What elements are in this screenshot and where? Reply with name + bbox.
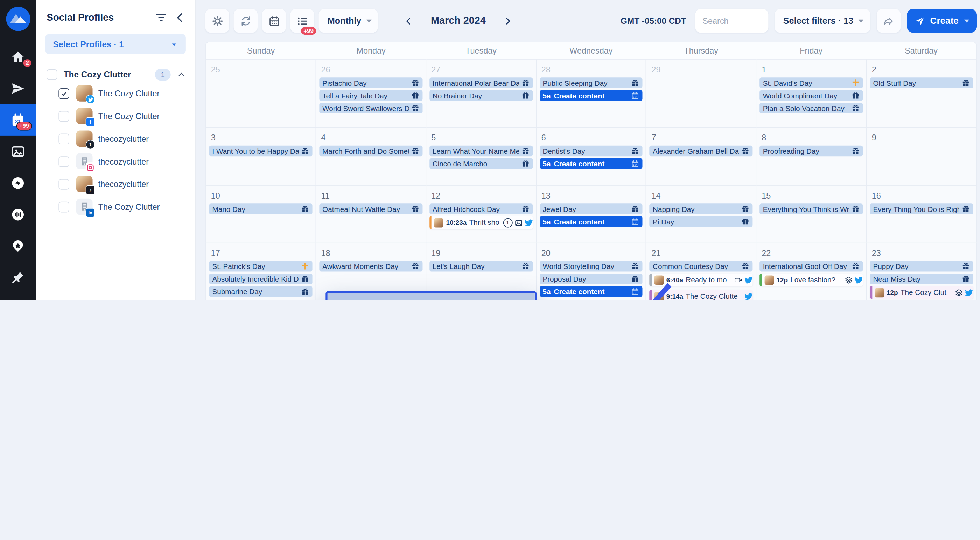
- holiday-chip[interactable]: Proofreading Day: [760, 146, 863, 156]
- day-cell-11[interactable]: 11Oatmeal Nut Waffle Day: [316, 185, 426, 243]
- holiday-chip[interactable]: Oatmeal Nut Waffle Day: [319, 204, 422, 214]
- rail-item-tasks[interactable]: [0, 261, 36, 293]
- day-cell-29[interactable]: 29: [646, 59, 757, 127]
- holiday-chip[interactable]: World Sword Swallowers Day: [319, 103, 422, 113]
- holiday-chip[interactable]: Learn What Your Name Mean…: [430, 146, 533, 156]
- day-cell-27[interactable]: 27International Polar Bear DayNo Brainer…: [426, 59, 536, 127]
- day-cell-25[interactable]: 25: [206, 59, 316, 127]
- rail-item-calendar[interactable]: 31+99: [0, 104, 36, 135]
- profile-item-linkedin[interactable]: inThe Cozy Clutter: [36, 195, 195, 218]
- create-button[interactable]: Create: [907, 9, 977, 33]
- profile-checkbox[interactable]: [59, 88, 69, 99]
- rail-item-reviews[interactable]: [0, 230, 36, 261]
- holiday-chip[interactable]: World Storytelling Day: [539, 261, 643, 272]
- search-input[interactable]: [695, 9, 768, 33]
- profile-item-tumblr[interactable]: tthecozyclutter: [36, 127, 195, 150]
- scheduled-post-chip[interactable]: 9:14aThe Cozy Clutte: [650, 290, 753, 300]
- holiday-chip[interactable]: Pistachio Day: [319, 77, 422, 88]
- holiday-chip[interactable]: Plan a Solo Vacation Day: [760, 103, 863, 113]
- create-content-chip[interactable]: 5aCreate content: [539, 158, 643, 169]
- day-cell-2[interactable]: 2Old Stuff Day: [867, 59, 977, 127]
- profile-item-tiktok[interactable]: ♪thecozyclutter: [36, 173, 195, 195]
- day-cell-20[interactable]: 20World Storytelling DayProposal Day5aCr…: [536, 243, 646, 300]
- day-cell-6[interactable]: 6Dentist's Day5aCreate content: [536, 127, 646, 185]
- day-cell-12[interactable]: 12Alfred Hitchcock Day10:23aThrift sho1: [426, 185, 536, 243]
- holiday-chip[interactable]: Near Miss Day: [870, 274, 973, 284]
- list-view-button[interactable]: +99: [291, 9, 314, 33]
- next-month-button[interactable]: [499, 11, 518, 30]
- previous-month-button[interactable]: [399, 11, 418, 30]
- day-cell-7[interactable]: 7Alexander Graham Bell Day: [646, 127, 757, 185]
- create-content-chip[interactable]: 5aCreate content: [539, 286, 643, 297]
- profile-checkbox[interactable]: [59, 156, 69, 167]
- holiday-chip[interactable]: Mario Day: [209, 204, 312, 214]
- day-cell-13[interactable]: 13Jewel Day5aCreate content: [536, 185, 646, 243]
- holiday-chip[interactable]: Tell a Fairy Tale Day: [319, 90, 422, 101]
- create-content-chip[interactable]: 5aCreate content: [539, 90, 643, 101]
- vista-social-logo[interactable]: [5, 6, 31, 32]
- collapse-sidebar-icon[interactable]: [174, 11, 186, 24]
- day-cell-22[interactable]: 22International Goof Off Day12pLove fash…: [757, 243, 867, 300]
- holiday-chip[interactable]: I Want You to be Happy Day: [209, 146, 312, 156]
- rail-item-messages[interactable]: [0, 167, 36, 199]
- scheduled-post-chip[interactable]: 12pThe Cozy Clut: [870, 286, 973, 299]
- holiday-chip[interactable]: March Forth and Do Somethi…: [319, 146, 422, 156]
- profile-item-twitter[interactable]: The Cozy Clutter: [36, 82, 195, 105]
- filter-icon[interactable]: [155, 11, 168, 24]
- day-cell-28[interactable]: 28Public Sleeping Day5aCreate content: [536, 59, 646, 127]
- select-profiles-dropdown[interactable]: Select Profiles · 1: [46, 34, 186, 54]
- profile-group-row[interactable]: The Cozy Clutter 1: [36, 67, 195, 82]
- group-checkbox[interactable]: [46, 69, 57, 80]
- day-cell-10[interactable]: 10Mario Day: [206, 185, 316, 243]
- select-filters-dropdown[interactable]: Select filters · 13: [775, 9, 870, 33]
- view-mode-dropdown[interactable]: Monthly: [319, 9, 378, 33]
- holiday-chip[interactable]: Let's Laugh Day: [430, 261, 533, 272]
- day-cell-1[interactable]: 1St. David's DayWorld Compliment DayPlan…: [757, 59, 867, 127]
- holiday-chip[interactable]: Absolutely Incredible Kid Day: [209, 274, 312, 284]
- day-cell-3[interactable]: 3I Want You to be Happy Day: [206, 127, 316, 185]
- holiday-chip[interactable]: Everything You Think is Wron…: [760, 204, 863, 214]
- profile-checkbox[interactable]: [59, 111, 69, 121]
- holiday-chip[interactable]: Alfred Hitchcock Day: [430, 204, 533, 214]
- holiday-chip[interactable]: Old Stuff Day: [870, 77, 973, 88]
- holiday-chip[interactable]: Public Sleeping Day: [539, 77, 643, 88]
- refresh-button[interactable]: [234, 9, 258, 33]
- holiday-chip[interactable]: Cinco de Marcho: [430, 158, 533, 169]
- scheduled-post-chip[interactable]: 10:23aThrift sho1: [430, 216, 533, 229]
- scheduled-post-chip[interactable]: 12pLove fashion?: [760, 274, 863, 286]
- holiday-chip[interactable]: Pi Day: [650, 216, 753, 227]
- profile-checkbox[interactable]: [59, 178, 69, 190]
- holiday-chip[interactable]: Dentist's Day: [539, 146, 643, 156]
- day-cell-23[interactable]: 23Puppy DayNear Miss Day12pThe Cozy Clut: [867, 243, 977, 300]
- holiday-chip[interactable]: No Brainer Day: [430, 90, 533, 101]
- profile-item-facebook[interactable]: fThe Cozy Clutter: [36, 105, 195, 127]
- scheduled-post-chip[interactable]: 6:40aReady to mo: [650, 274, 753, 286]
- day-cell-21[interactable]: 21Common Courtesy Day6:40aReady to mo9:1…: [646, 243, 757, 300]
- holiday-chip[interactable]: Jewel Day: [539, 204, 643, 214]
- holiday-chip[interactable]: St. Patrick's Day: [209, 261, 312, 272]
- rail-item-listening[interactable]: [0, 199, 36, 230]
- day-cell-17[interactable]: 17St. Patrick's DayAbsolutely Incredible…: [206, 243, 316, 300]
- day-cell-9[interactable]: 9: [867, 127, 977, 185]
- holiday-chip[interactable]: Awkward Moments Day: [319, 261, 422, 272]
- holiday-chip[interactable]: St. David's Day: [760, 77, 863, 88]
- day-cell-14[interactable]: 14Napping DayPi Day: [646, 185, 757, 243]
- share-export-button[interactable]: [877, 9, 900, 33]
- day-cell-16[interactable]: 16Every Thing You Do is Right D…: [867, 185, 977, 243]
- profile-item-instagram[interactable]: thecozyclutter: [36, 150, 195, 173]
- day-cell-5[interactable]: 5Learn What Your Name Mean…Cinco de Marc…: [426, 127, 536, 185]
- day-cell-4[interactable]: 4March Forth and Do Somethi…: [316, 127, 426, 185]
- calendar-view-button[interactable]: [262, 9, 286, 33]
- day-cell-15[interactable]: 15Everything You Think is Wron…: [757, 185, 867, 243]
- holiday-chip[interactable]: Alexander Graham Bell Day: [650, 146, 753, 156]
- rail-item-home[interactable]: 2: [0, 41, 36, 72]
- day-cell-8[interactable]: 8Proofreading Day: [757, 127, 867, 185]
- profile-checkbox[interactable]: [59, 201, 69, 212]
- rail-item-publish[interactable]: [0, 72, 36, 104]
- rail-item-media[interactable]: [0, 135, 36, 167]
- holiday-chip[interactable]: International Goof Off Day: [760, 261, 863, 272]
- rail-item-reports[interactable]: [0, 293, 36, 300]
- create-content-chip[interactable]: 5aCreate content: [539, 216, 643, 227]
- settings-button[interactable]: [205, 9, 229, 33]
- holiday-chip[interactable]: World Compliment Day: [760, 90, 863, 101]
